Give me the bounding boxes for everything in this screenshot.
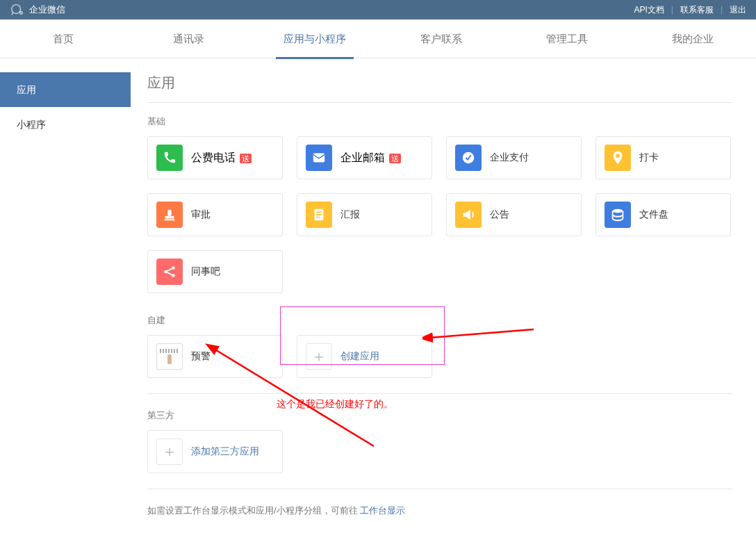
separator: | bbox=[671, 5, 673, 15]
main-nav: 首页 通讯录 应用与小程序 客户联系 管理工具 我的企业 bbox=[0, 19, 756, 58]
section-basic-label: 基础 bbox=[147, 115, 756, 128]
badge-send: 送 bbox=[389, 154, 401, 163]
add-thirdparty-label: 添加第三方应用 bbox=[191, 445, 259, 458]
app-label: 公费电话送 bbox=[191, 151, 252, 165]
footer-note: 如需设置工作台显示模式和应用/小程序分组，可前往 工作台显示 bbox=[147, 505, 756, 517]
app-label: 打卡 bbox=[639, 151, 659, 164]
section-custom-label: 自建 bbox=[147, 314, 756, 327]
announce-icon bbox=[455, 202, 482, 228]
nav-contacts[interactable]: 通讯录 bbox=[126, 19, 252, 58]
plus-icon: ＋ bbox=[306, 343, 332, 370]
share-icon bbox=[156, 259, 183, 285]
app-card-checkin[interactable]: 打卡 bbox=[595, 136, 731, 179]
create-app-button[interactable]: ＋ 创建应用 bbox=[297, 335, 432, 378]
logout-link[interactable]: 退出 bbox=[730, 4, 746, 16]
app-card-announce[interactable]: 公告 bbox=[446, 193, 582, 236]
plus-icon: ＋ bbox=[156, 439, 183, 465]
svg-rect-6 bbox=[165, 216, 174, 219]
app-label: 汇报 bbox=[340, 208, 360, 221]
thirdparty-apps-grid: ＋ 添加第三方应用 bbox=[147, 430, 746, 473]
sidebar-item-apps[interactable]: 应用 bbox=[0, 72, 131, 107]
brand-icon bbox=[10, 2, 25, 17]
support-link[interactable]: 联系客服 bbox=[680, 4, 714, 16]
svg-point-4 bbox=[616, 154, 620, 158]
pay-icon bbox=[455, 145, 482, 171]
app-card-phone[interactable]: 公费电话送 bbox=[147, 136, 283, 179]
svg-rect-7 bbox=[165, 219, 175, 220]
nav-home[interactable]: 首页 bbox=[0, 19, 126, 58]
app-label: 文件盘 bbox=[639, 208, 668, 221]
app-card-alert[interactable]: 预警 bbox=[147, 335, 283, 378]
workspace-display-link[interactable]: 工作台显示 bbox=[360, 505, 405, 516]
report-icon bbox=[306, 202, 332, 228]
phone-icon bbox=[156, 145, 183, 171]
badge-send: 送 bbox=[240, 154, 252, 163]
api-docs-link[interactable]: API文档 bbox=[634, 4, 664, 16]
app-label: 预警 bbox=[191, 350, 211, 363]
topbar-links: API文档 | 联系客服 | 退出 bbox=[634, 4, 746, 16]
svg-rect-2 bbox=[313, 154, 325, 163]
svg-rect-11 bbox=[316, 217, 320, 218]
page-title: 应用 bbox=[147, 74, 756, 92]
main-content: 应用 基础 公费电话送 企业邮箱送 企业支付 bbox=[131, 58, 756, 545]
svg-point-0 bbox=[12, 5, 21, 14]
app-label: 同事吧 bbox=[191, 265, 220, 278]
topbar: 企业微信 API文档 | 联系客服 | 退出 bbox=[0, 0, 756, 19]
divider bbox=[147, 489, 732, 489]
footer-text: 如需设置工作台显示模式和应用/小程序分组，可前往 bbox=[147, 505, 360, 516]
disk-icon bbox=[605, 202, 631, 228]
divider bbox=[147, 102, 732, 103]
brand: 企业微信 bbox=[10, 2, 65, 17]
app-label: 公告 bbox=[490, 208, 509, 221]
app-label: 审批 bbox=[191, 208, 211, 221]
app-label: 企业邮箱送 bbox=[340, 151, 401, 165]
svg-rect-10 bbox=[316, 214, 321, 215]
svg-point-1 bbox=[20, 12, 23, 15]
nav-customer[interactable]: 客户联系 bbox=[378, 19, 504, 58]
create-app-label: 创建应用 bbox=[340, 350, 379, 363]
app-card-mail[interactable]: 企业邮箱送 bbox=[297, 136, 432, 179]
mail-icon bbox=[306, 145, 332, 171]
app-card-report[interactable]: 汇报 bbox=[297, 193, 432, 236]
basic-apps-grid: 公费电话送 企业邮箱送 企业支付 打卡 bbox=[147, 136, 746, 293]
app-card-colleague[interactable]: 同事吧 bbox=[147, 250, 283, 293]
svg-rect-5 bbox=[167, 210, 172, 216]
svg-point-12 bbox=[613, 209, 623, 213]
app-card-filedisk[interactable]: 文件盘 bbox=[595, 193, 731, 236]
nav-tools[interactable]: 管理工具 bbox=[504, 19, 630, 58]
separator: | bbox=[721, 5, 723, 15]
add-thirdparty-button[interactable]: ＋ 添加第三方应用 bbox=[147, 430, 283, 473]
alert-app-icon bbox=[156, 343, 183, 370]
nav-company[interactable]: 我的企业 bbox=[630, 19, 756, 58]
nav-apps[interactable]: 应用与小程序 bbox=[252, 19, 378, 58]
app-card-approval[interactable]: 审批 bbox=[147, 193, 283, 236]
app-card-pay[interactable]: 企业支付 bbox=[446, 136, 582, 179]
stamp-icon bbox=[156, 202, 183, 228]
brand-label: 企业微信 bbox=[29, 3, 65, 16]
container: 应用 小程序 应用 基础 公费电话送 企业邮箱送 bbox=[0, 58, 756, 545]
pin-icon bbox=[605, 145, 631, 171]
section-thirdparty-label: 第三方 bbox=[147, 409, 756, 422]
sidebar-item-miniprograms[interactable]: 小程序 bbox=[0, 107, 131, 142]
sidebar: 应用 小程序 bbox=[0, 58, 131, 545]
app-label: 企业支付 bbox=[490, 151, 529, 164]
divider bbox=[147, 393, 732, 394]
custom-apps-grid: 预警 ＋ 创建应用 bbox=[147, 335, 746, 378]
svg-rect-9 bbox=[316, 211, 321, 213]
